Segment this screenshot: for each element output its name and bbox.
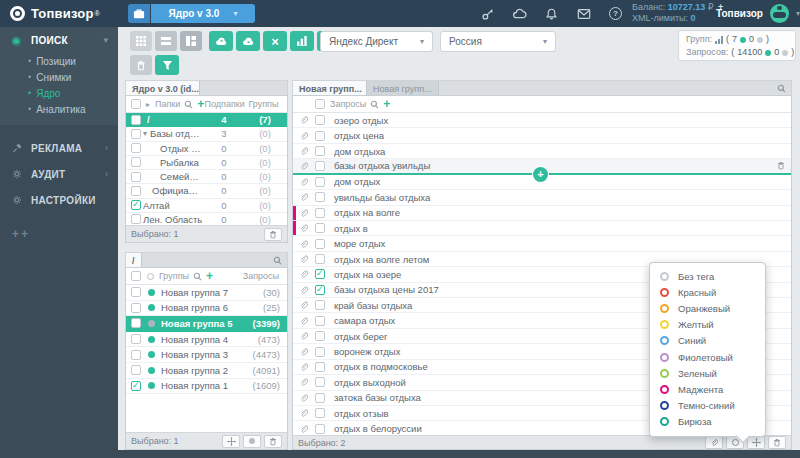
row-checkbox[interactable]: ✓ xyxy=(315,192,325,202)
paperclip-icon[interactable] xyxy=(299,131,308,141)
tag-menu-item[interactable]: Синий xyxy=(650,333,765,349)
tag-menu-item[interactable]: Оранжевый xyxy=(650,300,765,316)
project-dropdown[interactable]: Ядро v 3.0 ▾ xyxy=(151,4,255,23)
row-checkbox[interactable]: ✓ xyxy=(315,269,325,279)
paperclip-icon[interactable] xyxy=(299,146,308,156)
row-checkbox[interactable]: ✓ xyxy=(315,115,325,125)
statistics-button[interactable] xyxy=(290,31,314,51)
paperclip-icon[interactable] xyxy=(299,115,308,125)
group-row[interactable]: ✓ Новая группа 7 (30) xyxy=(126,285,287,301)
chart-icon[interactable] xyxy=(715,36,723,44)
row-checkbox[interactable]: ✓ xyxy=(315,393,325,403)
search-icon[interactable] xyxy=(184,100,193,109)
insert-queries-button[interactable]: + xyxy=(533,167,548,182)
help-icon[interactable]: ? xyxy=(608,6,623,21)
folder-row[interactable]: ✓ ▾ / 4 (7) xyxy=(126,113,287,127)
row-checkbox[interactable]: ✓ xyxy=(131,287,141,297)
group-status-button[interactable] xyxy=(243,435,261,448)
row-checkbox[interactable]: ✓ xyxy=(315,285,325,295)
tag-menu-item[interactable]: Темно-синий xyxy=(650,398,765,414)
row-checkbox[interactable]: ✓ xyxy=(315,362,325,372)
search-icon[interactable] xyxy=(370,100,379,109)
group-row[interactable]: ✓ Новая группа 2 (4091) xyxy=(126,363,287,379)
folder-row[interactable]: ✓ ▾ Отдых на прир... 0 (0) xyxy=(126,142,287,156)
query-row[interactable]: ✓ отдых цена xyxy=(293,128,791,143)
folder-row[interactable]: ✓ ▾ Семейный 0 (0) xyxy=(126,170,287,184)
projects-button[interactable] xyxy=(128,4,150,23)
row-checkbox[interactable]: ✓ xyxy=(131,334,141,344)
tag-menu-item[interactable]: Желтый xyxy=(650,317,765,333)
expand-arrow-icon[interactable]: ▾ xyxy=(143,129,147,138)
updates-cloud-icon[interactable] xyxy=(512,6,527,21)
paperclip-icon[interactable] xyxy=(299,254,308,264)
paperclip-icon[interactable] xyxy=(299,177,308,187)
paperclip-icon[interactable] xyxy=(299,285,308,295)
row-checkbox[interactable]: ✓ xyxy=(315,131,325,141)
group-row[interactable]: ✓ Новая группа 3 (4473) xyxy=(126,347,287,363)
sidebar-collapse-button[interactable]: ++ xyxy=(12,227,118,241)
group-row[interactable]: ✓ Новая группа 1 (1609) xyxy=(126,379,287,395)
row-checkbox[interactable]: ✓ xyxy=(315,254,325,264)
row-checkbox[interactable]: ✓ xyxy=(315,347,325,357)
trash-icon[interactable] xyxy=(777,161,785,170)
select-all-checkbox[interactable]: ✓ xyxy=(131,99,141,109)
move-query-button[interactable] xyxy=(747,436,765,449)
row-checkbox[interactable]: ✓ xyxy=(131,186,141,196)
sidebar-item-analitika[interactable]: •Аналитика xyxy=(0,101,118,117)
row-checkbox[interactable]: ✓ xyxy=(315,424,325,434)
search-icon[interactable] xyxy=(777,81,791,95)
search-icon[interactable] xyxy=(193,272,202,281)
row-checkbox[interactable]: ✓ xyxy=(315,300,325,310)
row-checkbox[interactable]: ✓ xyxy=(131,303,141,313)
tag-menu-item[interactable]: Фиолетовый xyxy=(650,349,765,365)
query-row[interactable]: ✓ море отдых xyxy=(293,236,791,251)
tab-group-2[interactable]: Новая групп... xyxy=(367,81,439,96)
row-checkbox[interactable]: ✓ xyxy=(315,316,325,326)
query-row[interactable]: ✓ дом отдыха xyxy=(293,144,791,159)
paperclip-icon[interactable] xyxy=(299,239,308,249)
row-checkbox[interactable]: ✓ xyxy=(131,214,141,224)
query-row[interactable]: ✓ увильды базы отдыха xyxy=(293,190,791,205)
folder-row[interactable]: ✓ ▾ Базы отдыха 3 (0) xyxy=(126,127,287,141)
paperclip-icon[interactable] xyxy=(299,223,308,233)
paperclip-icon[interactable] xyxy=(299,161,308,171)
tab-project[interactable]: Ядро v 3.0 (id... xyxy=(126,81,200,96)
cross-match-button[interactable]: × xyxy=(263,31,287,51)
paperclip-icon[interactable] xyxy=(299,300,308,310)
delete-query-button[interactable] xyxy=(768,436,786,449)
delete-button[interactable] xyxy=(130,55,152,75)
folder-row[interactable]: ✓ ▾ Официальный сайт 0 (0) xyxy=(126,184,287,198)
group-row[interactable]: ✓ Новая группа 6 (25) xyxy=(126,301,287,317)
view-grid-button[interactable] xyxy=(130,31,152,51)
sidebar-item-reklama[interactable]: РЕКЛАМА › xyxy=(0,135,118,161)
row-checkbox[interactable]: ✓ xyxy=(131,350,141,360)
paperclip-icon[interactable] xyxy=(299,347,308,357)
row-checkbox[interactable]: ✓ xyxy=(131,200,141,210)
select-all-checkbox[interactable]: ✓ xyxy=(315,99,325,109)
paperclip-icon[interactable] xyxy=(299,377,308,387)
search-icon[interactable] xyxy=(273,253,287,267)
tab-folder-root[interactable]: / xyxy=(126,253,142,268)
paperclip-icon[interactable] xyxy=(299,393,308,403)
attach-query-button[interactable] xyxy=(705,436,723,449)
paperclip-icon[interactable] xyxy=(299,408,308,418)
row-checkbox[interactable]: ✓ xyxy=(131,365,141,375)
folder-row[interactable]: ✓ ▾ Рыбалка 0 (0) xyxy=(126,156,287,170)
group-row[interactable]: ✓ Новая группа 4 (473) xyxy=(126,332,287,348)
logo[interactable]: Топвизор ® xyxy=(10,0,100,27)
import-button[interactable] xyxy=(209,31,233,51)
user-menu[interactable]: Топвизор ▾ xyxy=(716,0,800,27)
export-button[interactable] xyxy=(236,31,260,51)
row-checkbox[interactable]: ✓ xyxy=(315,223,325,233)
row-checkbox[interactable]: ✓ xyxy=(315,331,325,341)
messages-mail-icon[interactable] xyxy=(576,6,591,21)
view-list-button[interactable] xyxy=(155,31,177,51)
sidebar-item-pozicii[interactable]: •Позиции xyxy=(0,53,118,69)
search-engine-dropdown[interactable]: Яндекс Директ ▾ xyxy=(320,31,433,52)
tag-menu-item[interactable]: Бирюза xyxy=(650,414,765,430)
row-checkbox[interactable]: ✓ xyxy=(315,239,325,249)
row-checkbox[interactable]: ✓ xyxy=(131,143,141,153)
row-checkbox[interactable]: ✓ xyxy=(131,381,141,391)
tag-menu-item[interactable]: Маджента xyxy=(650,381,765,397)
folder-row[interactable]: ✓ ▾ Алтай 0 (0) xyxy=(126,199,287,213)
